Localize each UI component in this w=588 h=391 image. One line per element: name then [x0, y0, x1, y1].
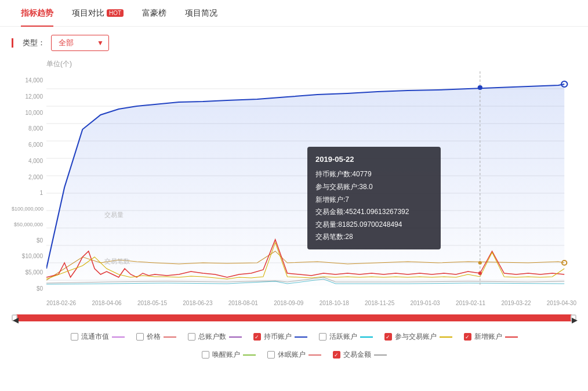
- legend-line-huoyuezhanghushu: [360, 336, 373, 338]
- y-label-100m: $100,000,000: [12, 206, 45, 212]
- type-indicator: [12, 38, 13, 48]
- legend-checkbox-canyujiaoyi[interactable]: [384, 333, 392, 341]
- y-label-0b: $0: [12, 285, 45, 292]
- legend-line-xinzengzhanghushu: [505, 336, 518, 338]
- legend-item-jiage[interactable]: 价格: [136, 332, 176, 342]
- type-label: 类型：: [23, 38, 45, 48]
- y-label-6000: 6,000: [12, 142, 45, 148]
- y-label-8000: 8,000: [12, 125, 45, 132]
- legend-checkbox-huoyuezhanghushu[interactable]: [319, 333, 326, 341]
- legend-label-jiaoyijine: 交易金额: [343, 350, 371, 360]
- legend-line-zongzhanghushu: [229, 336, 242, 338]
- controls-bar: 类型： 全部 ▼: [0, 27, 588, 59]
- nav-item-项目简况[interactable]: 项目简况: [176, 0, 227, 27]
- y-label-2000: 2,000: [12, 174, 45, 180]
- legend-label-jiage: 价格: [147, 332, 161, 342]
- y-label-5k: $5,000: [12, 269, 45, 276]
- legend-item-chichizhanghushu[interactable]: 持币账户: [253, 332, 307, 342]
- y-label-10000: 10,000: [12, 110, 45, 116]
- legend-item-canyujiaoyi[interactable]: 参与交易账户: [384, 332, 452, 342]
- y-label-14000: 14,000: [12, 77, 45, 84]
- legend-item-xinzengzhanghushu[interactable]: 新增账户: [464, 332, 518, 342]
- legend-label-chichizhanghushu: 持币账户: [264, 332, 292, 342]
- legend-label-xiumian: 休眠账户: [278, 350, 306, 360]
- scrollbar-handle-left[interactable]: ◀: [12, 314, 17, 321]
- top-nav: 指标趋势 项目对比 HOT 富豪榜 项目简况: [0, 0, 588, 27]
- chart-unit: 单位(个): [12, 59, 576, 71]
- chart-label-jiaoyi-bishu: 交易笔数: [104, 257, 130, 266]
- legend-item-xiumian[interactable]: 休眠账户: [267, 350, 321, 360]
- legend-line-chichizhanghushu: [295, 336, 307, 338]
- y-label-10k: $10,000: [12, 253, 45, 259]
- legend-line-liutong: [112, 336, 125, 338]
- scrollbar-area[interactable]: ◀ ▶: [0, 312, 588, 326]
- y-label-12000: 12,000: [12, 93, 45, 100]
- scrollbar-thumb[interactable]: [12, 314, 576, 321]
- nav-item-项目对比[interactable]: 项目对比 HOT: [63, 0, 133, 27]
- y-label-0a: $0: [12, 237, 45, 244]
- legend-label-huanxing: 唤醒账户: [212, 350, 240, 360]
- legend-line-canyujiaoyi: [440, 336, 452, 338]
- y-label-50m: $50,000,000: [12, 222, 45, 227]
- legend-item-huanxing[interactable]: 唤醒账户: [202, 350, 256, 360]
- legend-item-jiaoyijine[interactable]: 交易金额: [333, 350, 387, 360]
- svg-marker-12: [46, 84, 564, 286]
- x-axis: 2018-02-26 2018-04-06 2018-05-15 2018-06…: [12, 298, 576, 306]
- legend-checkbox-huanxing[interactable]: [202, 351, 209, 359]
- type-select[interactable]: 全部 ▼: [51, 35, 109, 51]
- hot-badge: HOT: [107, 9, 124, 17]
- svg-point-16: [478, 85, 482, 90]
- legend-line-huanxing: [243, 354, 256, 356]
- chart-label-jiaoyi-liang: 交易量: [104, 211, 124, 219]
- legend-label-canyujiaoyi: 参与交易账户: [395, 332, 437, 342]
- svg-point-18: [478, 271, 482, 275]
- legend-label-xinzengzhanghushu: 新增账户: [474, 332, 502, 342]
- chart-container[interactable]: 14,000 12,000 10,000 8,000 6,000 4,000 2…: [12, 71, 576, 298]
- chart-area: 单位(个): [0, 59, 588, 312]
- legend-checkbox-xiumian[interactable]: [267, 351, 275, 359]
- nav-item-富豪榜[interactable]: 富豪榜: [133, 0, 176, 27]
- legend-checkbox-zongzhanghushu[interactable]: [188, 333, 195, 341]
- legend-checkbox-xinzengzhanghushu[interactable]: [464, 333, 471, 341]
- legend-label-huoyuezhanghushu: 活跃账户: [329, 332, 357, 342]
- legend-checkbox-jiage[interactable]: [136, 333, 144, 341]
- y-label-1: 1: [12, 190, 45, 196]
- svg-point-17: [478, 261, 482, 265]
- legend-checkbox-liutong[interactable]: [71, 333, 78, 341]
- legend-line-xiumian: [308, 354, 321, 356]
- legend-area: 流通市值 价格 总账户数 持币账户 活跃账户 参与交易账户 新增账户: [0, 326, 588, 347]
- legend-item-liutong[interactable]: 流通市值: [71, 332, 125, 342]
- legend-item-huoyuezhanghushu[interactable]: 活跃账户: [319, 332, 373, 342]
- legend-item-zongzhanghushu[interactable]: 总账户数: [188, 332, 242, 342]
- legend-label-zongzhanghushu: 总账户数: [198, 332, 226, 342]
- nav-item-指标趋势[interactable]: 指标趋势: [12, 0, 63, 27]
- legend-checkbox-jiaoyijine[interactable]: [333, 351, 340, 359]
- scrollbar-handle-right[interactable]: ▶: [571, 314, 576, 321]
- legend-checkbox-chichizhanghushu[interactable]: [253, 333, 261, 341]
- legend-label-liutong: 流通市值: [81, 332, 109, 342]
- scrollbar-track[interactable]: ◀ ▶: [12, 314, 576, 321]
- legend-line-jiage: [164, 336, 176, 338]
- legend-line-jiaoyijine: [374, 354, 387, 356]
- chevron-down-icon: ▼: [97, 39, 104, 47]
- y-label-4000: 4,000: [12, 158, 45, 164]
- legend-area-row2: 唤醒账户 休眠账户 交易金额: [0, 347, 588, 365]
